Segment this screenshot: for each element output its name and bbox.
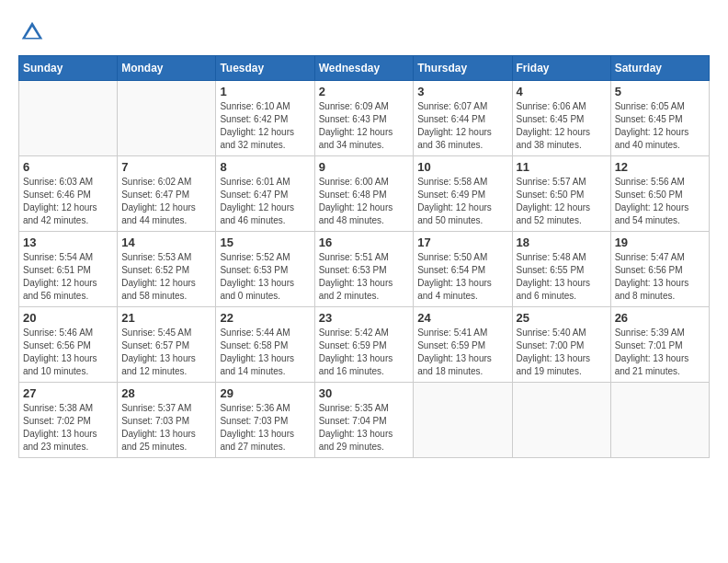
- day-number: 8: [220, 160, 310, 174]
- day-detail: Sunrise: 5:50 AM Sunset: 6:54 PM Dayligh…: [417, 251, 507, 303]
- day-detail: Sunrise: 5:52 AM Sunset: 6:53 PM Dayligh…: [220, 251, 310, 303]
- day-detail: Sunrise: 5:56 AM Sunset: 6:50 PM Dayligh…: [615, 176, 705, 227]
- day-number: 21: [121, 311, 211, 325]
- day-number: 10: [417, 160, 507, 174]
- day-detail: Sunrise: 5:57 AM Sunset: 6:50 PM Dayligh…: [517, 176, 607, 227]
- day-number: 27: [23, 386, 113, 400]
- day-detail: Sunrise: 5:39 AM Sunset: 7:01 PM Dayligh…: [615, 327, 705, 378]
- day-number: 2: [319, 85, 410, 98]
- day-number: 16: [319, 236, 410, 249]
- day-number: 13: [23, 236, 113, 249]
- day-number: 15: [220, 236, 310, 249]
- calendar-cell: [414, 383, 512, 458]
- calendar-cell: 16Sunrise: 5:51 AM Sunset: 6:53 PM Dayli…: [314, 232, 414, 307]
- calendar-cell: 28Sunrise: 5:37 AM Sunset: 7:03 PM Dayli…: [118, 383, 216, 458]
- calendar-cell: 10Sunrise: 5:58 AM Sunset: 6:49 PM Dayli…: [414, 156, 512, 232]
- column-header-wednesday: Wednesday: [314, 56, 414, 81]
- calendar-week-5: 27Sunrise: 5:38 AM Sunset: 7:02 PM Dayli…: [19, 383, 710, 458]
- calendar-cell: 7Sunrise: 6:02 AM Sunset: 6:47 PM Daylig…: [118, 156, 216, 232]
- calendar-cell: 15Sunrise: 5:52 AM Sunset: 6:53 PM Dayli…: [216, 232, 314, 307]
- calendar-cell: 4Sunrise: 6:06 AM Sunset: 6:45 PM Daylig…: [512, 81, 610, 156]
- day-number: 22: [220, 311, 310, 325]
- day-detail: Sunrise: 6:01 AM Sunset: 6:47 PM Dayligh…: [220, 176, 310, 227]
- column-header-sunday: Sunday: [19, 56, 118, 81]
- calendar-cell: 26Sunrise: 5:39 AM Sunset: 7:01 PM Dayli…: [610, 307, 709, 383]
- day-number: 26: [615, 311, 705, 325]
- day-detail: Sunrise: 5:44 AM Sunset: 6:58 PM Dayligh…: [220, 327, 310, 378]
- day-detail: Sunrise: 6:10 AM Sunset: 6:42 PM Dayligh…: [220, 100, 310, 152]
- day-detail: Sunrise: 5:36 AM Sunset: 7:03 PM Dayligh…: [220, 402, 310, 454]
- day-number: 30: [319, 386, 410, 400]
- day-number: 3: [417, 85, 507, 98]
- calendar-cell: 23Sunrise: 5:42 AM Sunset: 6:59 PM Dayli…: [314, 307, 414, 383]
- day-number: 20: [23, 311, 113, 325]
- calendar-cell: 21Sunrise: 5:45 AM Sunset: 6:57 PM Dayli…: [118, 307, 216, 383]
- day-number: 11: [517, 160, 607, 174]
- calendar-cell: 5Sunrise: 6:05 AM Sunset: 6:45 PM Daylig…: [610, 81, 709, 156]
- day-number: 14: [121, 236, 211, 249]
- calendar-week-2: 6Sunrise: 6:03 AM Sunset: 6:46 PM Daylig…: [19, 156, 710, 232]
- day-number: 19: [615, 236, 705, 249]
- day-detail: Sunrise: 6:02 AM Sunset: 6:47 PM Dayligh…: [121, 176, 211, 227]
- day-detail: Sunrise: 5:37 AM Sunset: 7:03 PM Dayligh…: [121, 402, 211, 454]
- logo-icon: [18, 18, 46, 46]
- page-header: [18, 18, 710, 46]
- calendar-cell: 30Sunrise: 5:35 AM Sunset: 7:04 PM Dayli…: [314, 383, 414, 458]
- day-number: 4: [517, 85, 607, 98]
- day-number: 23: [319, 311, 410, 325]
- calendar-cell: [118, 81, 216, 156]
- column-header-saturday: Saturday: [610, 56, 709, 81]
- calendar-header-row: SundayMondayTuesdayWednesdayThursdayFrid…: [19, 56, 710, 81]
- column-header-tuesday: Tuesday: [216, 56, 314, 81]
- calendar-cell: 29Sunrise: 5:36 AM Sunset: 7:03 PM Dayli…: [216, 383, 314, 458]
- day-number: 29: [220, 386, 310, 400]
- day-number: 5: [615, 85, 705, 98]
- day-number: 18: [517, 236, 607, 249]
- calendar-cell: 3Sunrise: 6:07 AM Sunset: 6:44 PM Daylig…: [414, 81, 512, 156]
- calendar-cell: 20Sunrise: 5:46 AM Sunset: 6:56 PM Dayli…: [19, 307, 118, 383]
- day-detail: Sunrise: 5:40 AM Sunset: 7:00 PM Dayligh…: [517, 327, 607, 378]
- column-header-thursday: Thursday: [414, 56, 512, 81]
- day-detail: Sunrise: 5:47 AM Sunset: 6:56 PM Dayligh…: [615, 251, 705, 303]
- day-detail: Sunrise: 5:48 AM Sunset: 6:55 PM Dayligh…: [517, 251, 607, 303]
- day-detail: Sunrise: 5:46 AM Sunset: 6:56 PM Dayligh…: [23, 327, 113, 378]
- calendar-week-3: 13Sunrise: 5:54 AM Sunset: 6:51 PM Dayli…: [19, 232, 710, 307]
- day-detail: Sunrise: 5:42 AM Sunset: 6:59 PM Dayligh…: [319, 327, 410, 378]
- day-detail: Sunrise: 6:06 AM Sunset: 6:45 PM Dayligh…: [517, 100, 607, 152]
- calendar-cell: 6Sunrise: 6:03 AM Sunset: 6:46 PM Daylig…: [19, 156, 118, 232]
- calendar-cell: 25Sunrise: 5:40 AM Sunset: 7:00 PM Dayli…: [512, 307, 610, 383]
- calendar-cell: 24Sunrise: 5:41 AM Sunset: 6:59 PM Dayli…: [414, 307, 512, 383]
- day-detail: Sunrise: 6:03 AM Sunset: 6:46 PM Dayligh…: [23, 176, 113, 227]
- calendar-cell: 2Sunrise: 6:09 AM Sunset: 6:43 PM Daylig…: [314, 81, 414, 156]
- calendar-cell: 13Sunrise: 5:54 AM Sunset: 6:51 PM Dayli…: [19, 232, 118, 307]
- day-detail: Sunrise: 6:07 AM Sunset: 6:44 PM Dayligh…: [417, 100, 507, 152]
- calendar-cell: 19Sunrise: 5:47 AM Sunset: 6:56 PM Dayli…: [610, 232, 709, 307]
- calendar-cell: [19, 81, 118, 156]
- logo: [18, 18, 50, 46]
- day-detail: Sunrise: 6:05 AM Sunset: 6:45 PM Dayligh…: [615, 100, 705, 152]
- day-detail: Sunrise: 5:51 AM Sunset: 6:53 PM Dayligh…: [319, 251, 410, 303]
- day-detail: Sunrise: 5:41 AM Sunset: 6:59 PM Dayligh…: [417, 327, 507, 378]
- day-number: 12: [615, 160, 705, 174]
- calendar-week-4: 20Sunrise: 5:46 AM Sunset: 6:56 PM Dayli…: [19, 307, 710, 383]
- day-number: 25: [517, 311, 607, 325]
- day-detail: Sunrise: 6:00 AM Sunset: 6:48 PM Dayligh…: [319, 176, 410, 227]
- day-detail: Sunrise: 5:54 AM Sunset: 6:51 PM Dayligh…: [23, 251, 113, 303]
- day-detail: Sunrise: 5:35 AM Sunset: 7:04 PM Dayligh…: [319, 402, 410, 454]
- calendar-cell: 12Sunrise: 5:56 AM Sunset: 6:50 PM Dayli…: [610, 156, 709, 232]
- calendar-cell: 22Sunrise: 5:44 AM Sunset: 6:58 PM Dayli…: [216, 307, 314, 383]
- calendar-cell: [610, 383, 709, 458]
- day-number: 24: [417, 311, 507, 325]
- day-number: 6: [23, 160, 113, 174]
- calendar-cell: 8Sunrise: 6:01 AM Sunset: 6:47 PM Daylig…: [216, 156, 314, 232]
- day-number: 7: [121, 160, 211, 174]
- day-number: 1: [220, 85, 310, 98]
- column-header-monday: Monday: [118, 56, 216, 81]
- calendar-week-1: 1Sunrise: 6:10 AM Sunset: 6:42 PM Daylig…: [19, 81, 710, 156]
- calendar-cell: 17Sunrise: 5:50 AM Sunset: 6:54 PM Dayli…: [414, 232, 512, 307]
- column-header-friday: Friday: [512, 56, 610, 81]
- day-detail: Sunrise: 5:53 AM Sunset: 6:52 PM Dayligh…: [121, 251, 211, 303]
- day-detail: Sunrise: 6:09 AM Sunset: 6:43 PM Dayligh…: [319, 100, 410, 152]
- calendar-cell: 11Sunrise: 5:57 AM Sunset: 6:50 PM Dayli…: [512, 156, 610, 232]
- day-detail: Sunrise: 5:58 AM Sunset: 6:49 PM Dayligh…: [417, 176, 507, 227]
